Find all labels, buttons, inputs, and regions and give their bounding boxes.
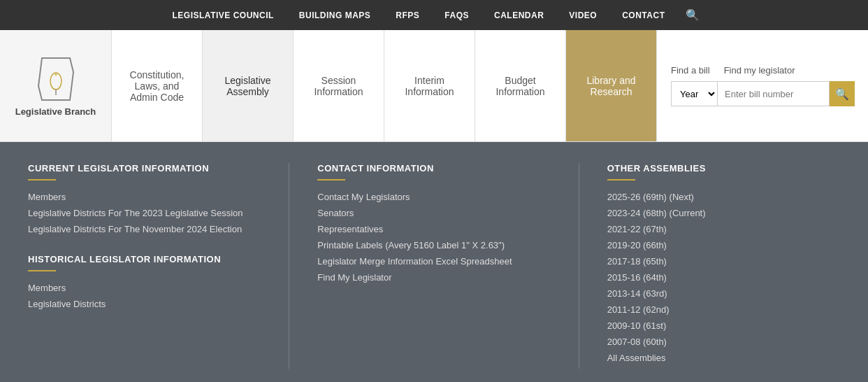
- assembly-64-link[interactable]: 2015-16 (64th): [607, 272, 840, 283]
- assembly-66-link[interactable]: 2019-20 (66th): [607, 240, 840, 250]
- printable-labels-link[interactable]: Printable Labels (Avery 5160 Label 1" X …: [317, 240, 550, 250]
- legislative-districts-link[interactable]: Legislative Districts: [28, 299, 261, 309]
- bill-search-button[interactable]: 🔍: [830, 81, 855, 106]
- top-navigation: LEGISLATIVE COUNCIL BUILDING MAPS RFPS F…: [0, 0, 868, 30]
- top-search-button[interactable]: 🔍: [677, 8, 708, 22]
- main-content: CURRENT LEGISLATOR INFORMATION Members L…: [0, 142, 868, 382]
- historical-legislator-underline: [28, 270, 56, 271]
- other-assemblies-underline: [607, 179, 635, 181]
- site-header: Legislative Branch Constitution, Laws, a…: [0, 30, 868, 142]
- assembly-65-link[interactable]: 2017-18 (65th): [607, 256, 840, 267]
- assembly-69-link[interactable]: 2025-26 (69th) (Next): [607, 192, 840, 202]
- current-legislator-underline: [28, 179, 56, 181]
- find-my-legislator-link[interactable]: Find My Legislator: [317, 272, 550, 283]
- senators-link[interactable]: Senators: [317, 208, 550, 218]
- other-assemblies-title: OTHER ASSEMBLIES: [607, 163, 840, 174]
- representatives-link[interactable]: Representatives: [317, 224, 550, 234]
- assembly-68-link[interactable]: 2023-24 (68th) (Current): [607, 208, 840, 218]
- nav-library-research[interactable]: Library and Research: [566, 30, 657, 141]
- column-contact-information: CONTACT INFORMATION Contact My Legislato…: [317, 163, 579, 369]
- current-members-link[interactable]: Members: [28, 192, 261, 202]
- bill-search-labels: Find a bill Find my legislator: [671, 65, 855, 76]
- contact-information-underline: [317, 179, 345, 181]
- nav-video[interactable]: VIDEO: [556, 10, 609, 20]
- assembly-61-link[interactable]: 2009-10 (61st): [607, 320, 840, 331]
- nav-interim-information[interactable]: Interim Information: [384, 30, 475, 141]
- nav-constitution[interactable]: Constitution, Laws, and Admin Code: [112, 30, 203, 141]
- bill-search-area: Find a bill Find my legislator Year 2024…: [657, 30, 868, 141]
- nav-legislative-assembly[interactable]: Legislative Assembly: [203, 30, 294, 141]
- nav-calendar[interactable]: CALENDAR: [482, 10, 556, 20]
- contact-my-legislators-link[interactable]: Contact My Legislators: [317, 192, 550, 202]
- legislator-merge-link[interactable]: Legislator Merge Information Excel Sprea…: [317, 256, 550, 267]
- nav-contact[interactable]: CONTACT: [609, 10, 677, 20]
- nav-budget-information[interactable]: Budget Information: [475, 30, 566, 141]
- column-current-legislator: CURRENT LEGISLATOR INFORMATION Members L…: [28, 163, 289, 369]
- logo-icon: [35, 55, 77, 104]
- nav-session-information[interactable]: Session Information: [294, 30, 384, 141]
- logo-area[interactable]: Legislative Branch: [0, 30, 112, 141]
- bill-year-select[interactable]: Year 2024 2023 2022 2021: [671, 81, 718, 106]
- find-bill-label[interactable]: Find a bill: [671, 65, 710, 76]
- nav-faqs[interactable]: FAQS: [432, 10, 482, 20]
- nav-rfps[interactable]: RFPS: [383, 10, 432, 20]
- all-assemblies-link[interactable]: All Assemblies: [607, 353, 840, 363]
- current-legislator-title: CURRENT LEGISLATOR INFORMATION: [28, 163, 261, 174]
- contact-information-title: CONTACT INFORMATION: [317, 163, 550, 174]
- logo-text: Legislative Branch: [15, 106, 96, 117]
- nav-building-maps[interactable]: BUILDING MAPS: [287, 10, 384, 20]
- assembly-67-link[interactable]: 2021-22 (67th): [607, 224, 840, 234]
- bill-search-row: Year 2024 2023 2022 2021 🔍: [671, 81, 855, 106]
- districts-2023-link[interactable]: Legislative Districts For The 2023 Legis…: [28, 208, 261, 218]
- assembly-62-link[interactable]: 2011-12 (62nd): [607, 304, 840, 315]
- assembly-60-link[interactable]: 2007-08 (60th): [607, 337, 840, 347]
- nav-legislative-council[interactable]: LEGISLATIVE COUNCIL: [160, 10, 287, 20]
- content-columns: CURRENT LEGISLATOR INFORMATION Members L…: [28, 163, 840, 369]
- districts-2024-link[interactable]: Legislative Districts For The November 2…: [28, 224, 261, 234]
- find-legislator-label[interactable]: Find my legislator: [724, 65, 795, 76]
- assembly-63-link[interactable]: 2013-14 (63rd): [607, 288, 840, 299]
- bill-number-input[interactable]: [718, 81, 830, 106]
- column-other-assemblies: OTHER ASSEMBLIES 2025-26 (69th) (Next) 2…: [607, 163, 840, 369]
- historical-legislator-title: HISTORICAL LEGISLATOR INFORMATION: [28, 254, 261, 264]
- historical-members-link[interactable]: Members: [28, 283, 261, 293]
